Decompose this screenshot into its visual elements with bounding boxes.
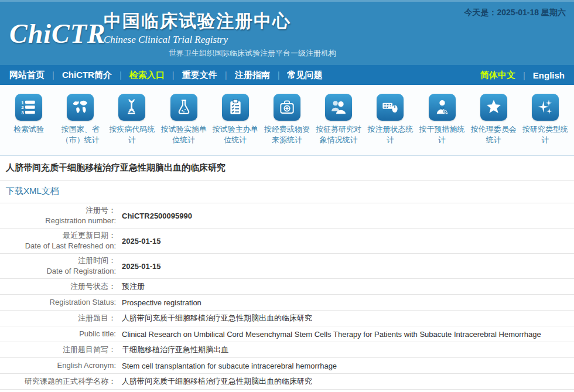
row-label-zh: 研究课题的正式科学名称： <box>0 376 116 387</box>
download-xml-link[interactable]: 下载XML文档 <box>6 186 59 196</box>
people-icon <box>329 98 348 117</box>
site-title-en: Chinese Clinical Trial Registry <box>104 34 291 46</box>
registration-table: 注册号： Registration number: ChiCTR25000959… <box>0 203 574 390</box>
row-label-zh: 注册题目： <box>0 313 116 323</box>
table-row-status-zh: 注册号状态： 预注册 <box>0 279 574 295</box>
toolbar-item-label: 按经费或物资来源统计 <box>261 124 313 145</box>
trial-detail-content: 人脐带间充质干细胞移植治疗亚急性期脑出血的临床研究 下载XML文档 注册号： R… <box>0 156 574 390</box>
toolbar-item-by-intervention[interactable]: 按干预措施统计 <box>416 94 468 155</box>
svg-text:3: 3 <box>21 110 24 115</box>
toolbar-item-by-sponsor-unit[interactable]: 按试验主办单位统计 <box>210 94 261 155</box>
dna-icon <box>122 98 141 117</box>
toolbar-item-label: 按注册状态统计 <box>364 124 416 145</box>
nav-item-home[interactable]: 网站首页 <box>9 70 45 81</box>
toolbar-item-by-country[interactable]: 按国家、省（市）统计 <box>54 94 106 155</box>
row-label-en: Public title: <box>0 329 116 339</box>
numbered-list-icon: 1 2 3 <box>19 98 38 117</box>
main-nav: 网站首页 ChiCTR简介 检索入口 重要文件 注册指南 常见问题 简体中文 E… <box>0 65 574 85</box>
doctor-icon <box>433 98 452 117</box>
table-row-registration-number: 注册号： Registration number: ChiCTR25000959… <box>0 203 574 229</box>
toolbar-item-by-disease-code[interactable]: 按疾病代码统计 <box>106 94 158 155</box>
toolbar-item-label: 按试验实施单位统计 <box>158 124 210 145</box>
site-title-zh: 中国临床试验注册中心 <box>104 9 291 33</box>
nav-item-documents[interactable]: 重要文件 <box>165 70 217 81</box>
nav-item-about[interactable]: ChiCTR简介 <box>45 70 112 81</box>
row-label-zh: 注册号状态： <box>0 281 116 292</box>
row-value: 人脐带间充质干细胞移植治疗亚急性期脑出血的临床研究 <box>122 313 312 323</box>
table-row-public-title-zh: 注册题目： 人脐带间充质干细胞移植治疗亚急性期脑出血的临床研究 <box>0 311 574 326</box>
row-label-zh: 注册时间： <box>0 255 116 266</box>
toolbar-item-by-ethics-committee[interactable]: 按伦理委员会统计 <box>468 94 520 155</box>
row-value: ChiCTR2500095990 <box>122 212 192 220</box>
site-subtitle: 世界卫生组织国际临床试验注册平台一级注册机构 <box>169 48 336 59</box>
row-label-zh: 最近更新日期： <box>0 230 116 241</box>
row-label-en: Date of Last Refreshed on: <box>0 241 116 251</box>
row-value: 2025-01-15 <box>122 262 161 271</box>
statistics-toolbar: 1 2 3 检索试验 按国家、省（市）统计 按疾病代码统计 <box>0 85 574 156</box>
toolbar-item-label: 按疾病代码统计 <box>106 124 158 145</box>
table-row-status-en: Registration Status: Prospective registr… <box>0 295 574 311</box>
table-row-registration-date: 注册时间： Date of Registration: 2025-01-15 <box>0 254 574 279</box>
toolbar-item-label: 按干预措施统计 <box>416 124 468 145</box>
lang-switch-zh[interactable]: 简体中文 <box>480 70 515 81</box>
table-row-acronym-en: English Acronym: Stem cell transplantati… <box>0 358 574 374</box>
clipboard-icon <box>226 98 245 117</box>
toolbar-item-label: 按试验主办单位统计 <box>210 124 261 145</box>
nav-item-guide[interactable]: 注册指南 <box>217 70 270 81</box>
row-value: 预注册 <box>122 281 145 292</box>
site-header: ChiCTR 中国临床试验注册中心 Chinese Clinical Trial… <box>0 0 574 65</box>
sparkles-icon <box>536 98 555 117</box>
toolbar-item-search-trials[interactable]: 1 2 3 检索试验 <box>3 94 54 155</box>
toolbar-item-by-implementation-unit[interactable]: 按试验实施单位统计 <box>158 94 210 155</box>
row-value: 人脐带间充质干细胞移植治疗亚急性期脑出血的临床研究 <box>122 376 312 387</box>
keyboard-mouse-icon <box>381 98 399 117</box>
toolbar-item-by-registration-status[interactable]: 按注册状态统计 <box>364 94 416 155</box>
nav-item-search[interactable]: 检索入口 <box>112 70 165 81</box>
flask-icon <box>175 98 193 117</box>
row-label-en: Date of Registration: <box>0 266 116 277</box>
toolbar-item-by-study-type[interactable]: 按研究类型统计 <box>520 94 571 155</box>
nav-item-faq[interactable]: 常见问题 <box>270 70 323 81</box>
row-value: 2025-01-15 <box>122 237 161 246</box>
toolbar-item-label: 按国家、省（市）统计 <box>54 124 106 145</box>
today-date: 今天是：2025-01-18 星期六 <box>464 8 566 18</box>
site-titles: 中国临床试验注册中心 Chinese Clinical Trial Regist… <box>104 9 291 46</box>
lang-switch-en[interactable]: English <box>515 70 565 80</box>
row-value: Prospective registration <box>122 298 201 307</box>
download-xml-row: 下载XML文档 <box>0 180 574 203</box>
row-label-zh: 注册题目简写： <box>0 345 116 355</box>
toolbar-item-label: 按伦理委员会统计 <box>468 124 520 145</box>
chictr-logo[interactable]: ChiCTR <box>9 18 106 49</box>
row-value: Clinical Research on Umbilical Cord Mese… <box>122 330 541 339</box>
row-label-zh: 注册号： <box>0 205 116 216</box>
table-row-scientific-title-zh: 研究课题的正式科学名称： 人脐带间充质干细胞移植治疗亚急性期脑出血的临床研究 <box>0 374 574 390</box>
toolbar-item-label: 按征募研究对象情况统计 <box>313 124 364 145</box>
row-label-en: Registration number: <box>0 216 116 226</box>
row-label-en: English Acronym: <box>0 360 116 371</box>
table-row-acronym-zh: 注册题目简写： 干细胞移植治疗亚急性期脑出血 <box>0 342 574 358</box>
toolbar-item-label: 检索试验 <box>3 124 54 135</box>
page-title: 人脐带间充质干细胞移植治疗亚急性期脑出血的临床研究 <box>0 156 574 180</box>
medical-bag-icon <box>278 98 296 117</box>
svg-text:2: 2 <box>21 105 24 110</box>
star-icon <box>484 98 503 117</box>
row-value: Stem cell transplantation for subacute i… <box>122 362 337 370</box>
table-row-public-title-en: Public title: Clinical Research on Umbil… <box>0 326 574 342</box>
row-value: 干细胞移植治疗亚急性期脑出血 <box>122 345 228 355</box>
svg-text:1: 1 <box>21 100 24 105</box>
toolbar-item-label: 按研究类型统计 <box>520 124 571 145</box>
table-row-last-refreshed: 最近更新日期： Date of Last Refreshed on: 2025-… <box>0 229 574 254</box>
world-map-icon <box>71 98 90 117</box>
row-label-en: Registration Status: <box>0 297 116 308</box>
toolbar-item-by-funding-source[interactable]: 按经费或物资来源统计 <box>261 94 313 155</box>
toolbar-item-by-recruitment-status[interactable]: 按征募研究对象情况统计 <box>313 94 364 155</box>
